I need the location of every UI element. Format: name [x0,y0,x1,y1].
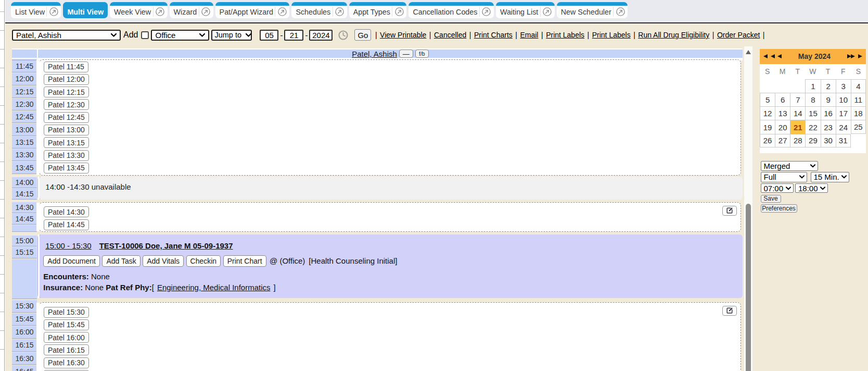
toolbar-link[interactable]: Run All Drug Eligibility [638,31,709,39]
fb-button[interactable]: f/b [415,50,429,58]
go-button[interactable]: Go [354,29,371,41]
slot-button[interactable]: Patel 12:30 [44,99,89,110]
scroll-up-arrow-icon[interactable] [746,50,751,54]
day-cell[interactable]: 9 [821,93,836,106]
tab-list-view[interactable]: List View [11,2,61,18]
toolbar-link[interactable]: Cancelled [434,31,466,39]
open-new-window-button[interactable] [275,2,289,18]
day-cell[interactable]: 12 [760,106,775,120]
open-new-window-button[interactable] [199,2,213,18]
slot-button[interactable]: Patel 16:30 [44,357,89,368]
start-time-select[interactable]: 07:00 [761,183,794,193]
slot-button[interactable]: Patel 13:15 [44,137,89,148]
slot-button[interactable]: Patel 11:45 [44,61,88,72]
open-new-window-button[interactable] [46,2,61,18]
slot-button[interactable]: Patel 12:00 [44,74,89,85]
day-cell[interactable]: 4 [851,79,866,93]
day-cell[interactable]: 2 [821,79,836,93]
zoom-select[interactable]: Full [761,172,807,182]
add-checkbox[interactable] [141,31,149,39]
day-cell[interactable]: 26 [760,134,775,147]
day-cell[interactable]: 13 [775,106,790,120]
slot-button[interactable]: Patel 16:15 [44,344,89,355]
tab-cancellation-codes[interactable]: Cancellation Codes [409,2,493,18]
preferences-button[interactable]: Preferences [761,204,797,213]
day-cell[interactable]: 11 [851,93,866,106]
slot-button[interactable]: Patel 13:30 [44,150,89,161]
day-cell[interactable]: 3 [836,79,851,93]
slot-button[interactable]: Patel 14:45 [44,219,89,230]
slot-button[interactable]: Patel 16:00 [44,332,89,343]
open-new-window-button[interactable] [479,2,494,18]
tab-schedules[interactable]: Schedules [291,2,347,18]
day-cell[interactable]: 8 [805,93,820,106]
slot-button[interactable]: Patel 15:30 [44,307,89,318]
day-cell[interactable]: 7 [790,93,805,106]
toolbar-link[interactable]: Print Charts [474,31,513,39]
prev-arrow[interactable] [763,54,768,58]
slot-button[interactable]: Patel 12:15 [44,86,89,97]
interval-select[interactable]: 15 Min. [811,172,849,182]
edit-availability-button[interactable] [722,206,737,216]
slot-button[interactable]: Patel 13:00 [44,125,89,135]
patient-link[interactable]: TEST-10006 Doe, Jane M 05-09-1937 [99,241,233,250]
tab-pat-appt-wizard[interactable]: Pat/Appt Wizard [215,2,290,18]
provider-select[interactable]: Patel, Ashish [12,30,121,41]
clock-icon[interactable] [338,30,348,40]
tab-new-scheduler[interactable]: New Scheduler [557,2,628,18]
toolbar-link[interactable]: Email [520,31,538,39]
add-task-button[interactable]: Add Task [102,255,140,267]
day-cell[interactable]: 19 [760,120,775,133]
add-vitals-button[interactable]: Add Vitals [143,255,184,267]
vertical-scrollbar[interactable] [744,46,753,371]
date-day-input[interactable]: 21 [284,30,303,41]
slot-button[interactable]: Patel 14:30 [44,206,89,217]
day-cell[interactable]: 14 [790,106,805,120]
prev-double-arrow[interactable] [771,54,782,58]
next-double-arrow[interactable] [847,54,855,58]
save-button[interactable]: Save [761,195,781,203]
edit-availability-button[interactable] [722,306,737,316]
day-cell[interactable]: 30 [821,134,836,147]
toolbar-link[interactable]: View Printable [380,31,426,39]
next-arrow[interactable] [858,54,862,58]
toolbar-link[interactable]: Print Labels [592,31,631,39]
open-new-window-button[interactable] [613,2,628,18]
date-year-input[interactable]: 2024 [309,30,333,41]
add-document-button[interactable]: Add Document [43,255,100,267]
day-cell[interactable]: 1 [805,79,820,93]
tab-week-view[interactable]: Week View [110,2,168,18]
day-cell[interactable]: 21 [790,120,805,133]
scrollbar-thumb[interactable] [746,204,751,371]
view-mode-select[interactable]: Merged [761,161,818,171]
day-cell[interactable]: 5 [760,93,775,106]
day-cell[interactable]: 15 [805,106,820,120]
toolbar-link[interactable]: Order Packet [717,31,760,39]
jump-to-select[interactable]: Jump to [211,30,252,41]
tab-waiting-list[interactable]: Waiting List [496,2,555,18]
day-cell[interactable]: 18 [851,106,866,120]
checkin-button[interactable]: Checkin [186,255,221,267]
day-cell[interactable]: 24 [836,120,851,133]
toolbar-link[interactable]: Print Labels [546,31,584,39]
day-cell[interactable]: 20 [775,120,790,133]
category-select[interactable]: Office [151,30,209,41]
day-cell[interactable]: 17 [836,106,851,120]
end-time-select[interactable]: 18:00 [795,183,828,193]
day-cell[interactable]: 16 [821,106,836,120]
day-cell[interactable]: 28 [790,134,805,147]
day-cell[interactable]: 27 [775,134,790,147]
slot-button[interactable]: Patel 15:45 [44,319,89,330]
day-cell[interactable]: 6 [775,93,790,106]
date-month-input[interactable]: 05 [260,30,278,41]
appointment-time-link[interactable]: 15:00 - 15:30 [45,241,91,250]
day-cell[interactable]: 31 [836,134,851,147]
open-new-window-button[interactable] [392,2,406,18]
print-chart-button[interactable]: Print Chart [223,255,266,267]
day-cell[interactable]: 29 [805,134,820,147]
provider-link[interactable]: Patel, Ashish [352,50,397,58]
tab-wizard[interactable]: Wizard [170,2,213,18]
open-new-window-button[interactable] [333,2,347,18]
tab-multi-view[interactable]: Multi View [63,2,108,18]
slot-button[interactable]: Patel 12:45 [44,112,89,123]
